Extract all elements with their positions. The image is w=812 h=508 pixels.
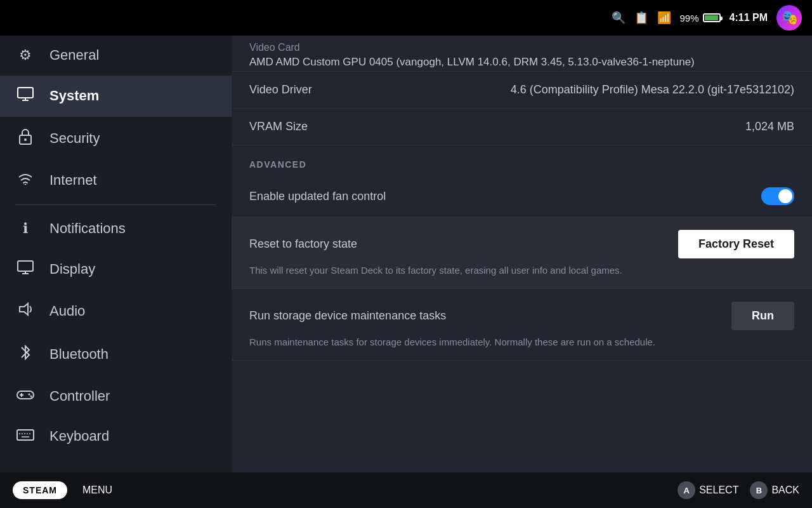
video-card-label: Video Card	[249, 42, 794, 53]
keyboard-icon	[15, 428, 36, 444]
svg-point-5	[25, 184, 27, 185]
video-driver-row: Video Driver 4.6 (Compatibility Profile)…	[232, 72, 812, 109]
back-hint: B BACK	[750, 481, 799, 499]
back-label: BACK	[771, 485, 799, 496]
video-card-section: Video Card AMD AMD Custom GPU 0405 (vang…	[232, 36, 812, 72]
sidebar-label-audio: Audio	[49, 303, 85, 319]
sidebar-label-bluetooth: Bluetooth	[49, 346, 108, 363]
fan-control-row: Enable updated fan control	[232, 176, 812, 217]
main-content: Video Card AMD AMD Custom GPU 0405 (vang…	[232, 36, 812, 472]
display-icon	[15, 260, 36, 278]
svg-point-13	[29, 394, 30, 396]
a-button: A	[678, 481, 695, 499]
video-driver-label: Video Driver	[249, 83, 312, 97]
vram-row: VRAM Size 1,024 MB	[232, 109, 812, 145]
maintenance-run-button[interactable]: Run	[731, 302, 794, 330]
sidebar-label-controller: Controller	[49, 388, 110, 404]
notifications-icon: ℹ	[15, 220, 36, 237]
vram-label: VRAM Size	[249, 120, 308, 133]
sidebar-item-general[interactable]: ⚙ General	[0, 36, 232, 76]
fan-control-label: Enable updated fan control	[249, 190, 386, 203]
factory-reset-button[interactable]: Factory Reset	[678, 230, 794, 258]
search-icon[interactable]: 🔍	[612, 11, 625, 25]
sidebar-label-display: Display	[49, 261, 95, 277]
avatar[interactable]: 🎭	[776, 5, 802, 30]
sidebar-item-bluetooth[interactable]: Bluetooth	[0, 333, 232, 377]
sidebar-item-system[interactable]: System	[0, 76, 232, 117]
steam-button[interactable]: STEAM	[13, 481, 67, 499]
sidebar: ⚙ General System Security	[0, 36, 232, 472]
maintenance-title: Run storage device maintenance tasks	[249, 309, 446, 323]
storage-icon: 📋	[634, 11, 648, 25]
toggle-knob	[778, 189, 792, 203]
video-driver-value: 4.6 (Compatibility Profile) Mesa 22.2.0 …	[511, 83, 794, 97]
sidebar-item-audio[interactable]: Audio	[0, 290, 232, 333]
battery-icon	[703, 13, 721, 22]
wifi-icon	[15, 172, 36, 189]
broadcast-icon: 📶	[657, 11, 671, 25]
b-button: B	[750, 481, 768, 499]
topbar: 🔍 📋 📶 99% 4:11 PM 🎭	[0, 0, 812, 36]
sidebar-item-keyboard[interactable]: Keyboard	[0, 417, 232, 457]
factory-reset-title: Reset to factory state	[249, 237, 357, 251]
sidebar-label-notifications: Notifications	[49, 220, 126, 237]
factory-reset-row: Reset to factory state Factory Reset Thi…	[232, 217, 812, 289]
sidebar-item-internet[interactable]: Internet	[0, 161, 232, 201]
svg-rect-6	[18, 261, 33, 271]
video-card-value: AMD AMD Custom GPU 0405 (vangogh, LLVM 1…	[249, 56, 794, 69]
select-label: SELECT	[699, 485, 738, 496]
battery-area: 99%	[680, 13, 721, 23]
controller-icon	[15, 388, 36, 404]
svg-point-4	[24, 138, 27, 141]
sidebar-label-internet: Internet	[49, 172, 97, 189]
system-icon	[15, 87, 36, 105]
sidebar-item-notifications[interactable]: ℹ Notifications	[0, 209, 232, 249]
svg-marker-9	[20, 304, 28, 315]
sidebar-item-security[interactable]: Security	[0, 117, 232, 161]
sidebar-item-controller[interactable]: Controller	[0, 377, 232, 417]
bottom-right: A SELECT B BACK	[678, 481, 799, 499]
maintenance-row: Run storage device maintenance tasks Run…	[232, 289, 812, 361]
vram-value: 1,024 MB	[745, 120, 794, 133]
lock-icon	[15, 128, 36, 149]
sidebar-item-display[interactable]: Display	[0, 249, 232, 290]
audio-icon	[15, 302, 36, 321]
sidebar-divider-1	[15, 204, 216, 205]
sidebar-label-security: Security	[49, 130, 100, 147]
bluetooth-icon	[15, 344, 36, 364]
sidebar-label-keyboard: Keyboard	[49, 428, 109, 444]
svg-point-14	[30, 396, 32, 398]
maintenance-desc: Runs maintenance tasks for storage devic…	[249, 337, 794, 347]
advanced-section-header: ADVANCED	[232, 145, 812, 176]
battery-pct-text: 99%	[680, 13, 699, 23]
maintenance-top: Run storage device maintenance tasks Run	[249, 302, 794, 330]
select-hint: A SELECT	[678, 481, 738, 499]
sidebar-label-general: General	[49, 47, 99, 64]
topbar-icons: 🔍 📋 📶 99% 4:11 PM 🎭	[612, 5, 802, 30]
bottombar: STEAM MENU A SELECT B BACK	[0, 472, 812, 508]
sidebar-label-system: System	[49, 88, 99, 104]
factory-reset-desc: This will reset your Steam Deck to its f…	[249, 265, 794, 276]
bottom-left: STEAM MENU	[13, 481, 112, 499]
factory-reset-top: Reset to factory state Factory Reset	[249, 230, 794, 258]
fan-control-toggle[interactable]	[761, 187, 794, 205]
svg-rect-10	[17, 391, 34, 399]
menu-label: MENU	[82, 485, 112, 496]
clock: 4:11 PM	[730, 12, 768, 23]
svg-rect-15	[17, 430, 34, 440]
gear-icon: ⚙	[15, 47, 36, 64]
svg-rect-0	[18, 88, 33, 98]
